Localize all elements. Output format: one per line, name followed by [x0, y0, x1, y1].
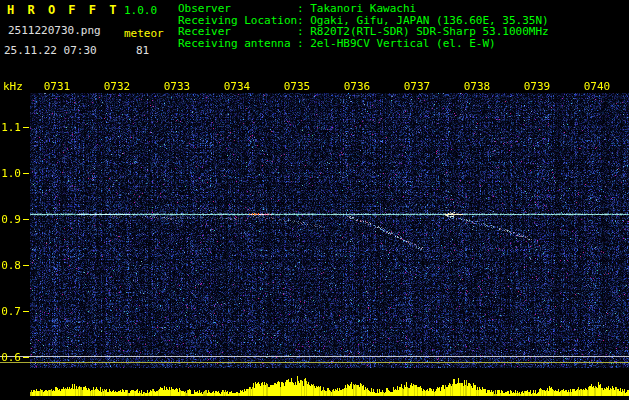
frequency-axis-labels: 1.11.00.90.80.70.6	[0, 0, 22, 400]
info-label: Receiving antenna	[178, 38, 297, 50]
info-value: : 2el-HB9CV Vertical (el. E-W)	[297, 37, 496, 50]
spectrogram-canvas	[0, 78, 629, 400]
mode-label: meteor	[124, 27, 164, 40]
time-axis-labels: 0731073207330734073507360737073807390740	[0, 80, 629, 93]
time-tick-label: 0732	[104, 80, 131, 93]
time-tick-label: 0734	[224, 80, 251, 93]
freq-tick-label: 1.1	[0, 121, 21, 134]
time-tick-label: 0737	[404, 80, 431, 93]
time-tick-label: 0739	[524, 80, 551, 93]
time-tick-label: 0736	[344, 80, 371, 93]
freq-tick-label: 1.0	[0, 167, 21, 180]
freq-tick-label: 0.8	[0, 259, 21, 272]
time-tick-label: 0740	[584, 80, 611, 93]
freq-tick-label: 0.7	[0, 305, 21, 318]
time-tick-label: 0733	[164, 80, 191, 93]
time-tick-label: 0738	[464, 80, 491, 93]
time-tick-label: 0731	[44, 80, 71, 93]
freq-tick-label: 0.9	[0, 213, 21, 226]
time-tick-label: 0735	[284, 80, 311, 93]
app-version: 1.0.0	[124, 4, 157, 17]
freq-tick-label: 0.6	[0, 351, 21, 364]
echo-count: 81	[136, 44, 149, 57]
station-info: Observer: Takanori Kawachi Receiving Loc…	[178, 3, 549, 50]
app-title: H R O F F T	[7, 3, 119, 17]
info-label: Observer	[178, 3, 297, 15]
info-row-antenna: Receiving antenna: 2el-HB9CV Vertical (e…	[178, 38, 549, 50]
hrofft-output-window: H R O F F T 1.0.0 2511220730.png meteor …	[0, 0, 629, 400]
